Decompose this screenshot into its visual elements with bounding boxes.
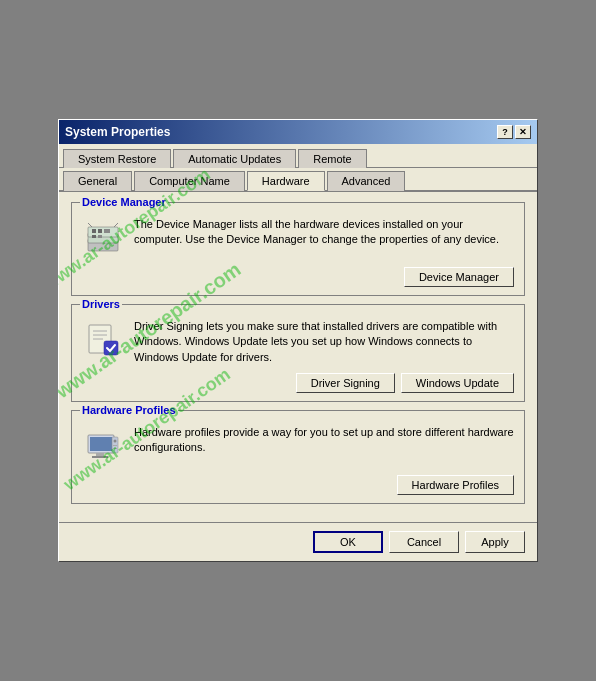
bottom-bar: OK Cancel Apply bbox=[59, 522, 537, 561]
tab-content: Device Manager bbox=[59, 192, 537, 522]
device-manager-text: The Device Manager lists all the hardwar… bbox=[134, 217, 514, 248]
device-manager-title: Device Manager bbox=[80, 196, 168, 208]
hardware-profiles-button[interactable]: Hardware Profiles bbox=[397, 475, 514, 495]
tabs-row-2: General Computer Name Hardware Advanced bbox=[59, 168, 537, 192]
drivers-text: Driver Signing lets you make sure that i… bbox=[134, 319, 514, 365]
drivers-title: Drivers bbox=[80, 298, 122, 310]
hardware-profiles-footer: Hardware Profiles bbox=[82, 475, 514, 495]
hardware-profiles-title: Hardware Profiles bbox=[80, 404, 178, 416]
tab-general[interactable]: General bbox=[63, 171, 132, 191]
hardware-profiles-icon-svg bbox=[84, 427, 122, 465]
drivers-body: Driver Signing lets you make sure that i… bbox=[82, 319, 514, 365]
cancel-button[interactable]: Cancel bbox=[389, 531, 459, 553]
windows-update-button[interactable]: Windows Update bbox=[401, 373, 514, 393]
tab-system-restore[interactable]: System Restore bbox=[63, 149, 171, 168]
tab-hardware[interactable]: Hardware bbox=[247, 171, 325, 191]
tab-automatic-updates[interactable]: Automatic Updates bbox=[173, 149, 296, 168]
svg-rect-7 bbox=[98, 235, 102, 238]
device-manager-button[interactable]: Device Manager bbox=[404, 267, 514, 287]
drivers-footer: Driver Signing Windows Update bbox=[82, 373, 514, 393]
apply-button[interactable]: Apply bbox=[465, 531, 525, 553]
help-button[interactable]: ? bbox=[497, 125, 513, 139]
device-manager-body: The Device Manager lists all the hardwar… bbox=[82, 217, 514, 259]
tabs-row-1: System Restore Automatic Updates Remote bbox=[59, 144, 537, 168]
svg-rect-17 bbox=[96, 453, 104, 456]
window-title: System Properties bbox=[65, 125, 170, 139]
svg-rect-18 bbox=[92, 456, 108, 458]
device-manager-icon bbox=[82, 217, 124, 259]
driver-signing-button[interactable]: Driver Signing bbox=[296, 373, 395, 393]
tab-advanced[interactable]: Advanced bbox=[327, 171, 406, 191]
hardware-profiles-icon bbox=[82, 425, 124, 467]
svg-rect-22 bbox=[113, 448, 117, 449]
drivers-icon bbox=[82, 319, 124, 361]
tab-remote[interactable]: Remote bbox=[298, 149, 367, 168]
drivers-icon-svg bbox=[84, 321, 122, 359]
svg-line-9 bbox=[114, 223, 118, 227]
hardware-profiles-text: Hardware profiles provide a way for you … bbox=[134, 425, 514, 456]
svg-rect-16 bbox=[90, 437, 112, 451]
title-bar-buttons: ? ✕ bbox=[497, 125, 531, 139]
svg-rect-3 bbox=[92, 229, 96, 233]
ok-button[interactable]: OK bbox=[313, 531, 383, 553]
drivers-section: Drivers Driver Signing lets bbox=[71, 304, 525, 402]
svg-rect-6 bbox=[92, 235, 96, 238]
hardware-profiles-section: Hardware Profiles bbox=[71, 410, 525, 504]
device-manager-section: Device Manager bbox=[71, 202, 525, 296]
svg-rect-21 bbox=[113, 445, 117, 446]
hardware-profiles-body: Hardware profiles provide a way for you … bbox=[82, 425, 514, 467]
device-manager-footer: Device Manager bbox=[82, 267, 514, 287]
svg-point-20 bbox=[114, 440, 117, 443]
tab-computer-name[interactable]: Computer Name bbox=[134, 171, 245, 191]
title-bar: System Properties ? ✕ bbox=[59, 120, 537, 144]
window: System Properties ? ✕ System Restore Aut… bbox=[58, 119, 538, 562]
close-button[interactable]: ✕ bbox=[515, 125, 531, 139]
system-properties-dialog: System Properties ? ✕ System Restore Aut… bbox=[58, 119, 538, 562]
svg-line-8 bbox=[88, 223, 92, 227]
svg-rect-5 bbox=[104, 229, 110, 233]
device-manager-icon-svg bbox=[84, 219, 122, 257]
svg-rect-4 bbox=[98, 229, 102, 233]
